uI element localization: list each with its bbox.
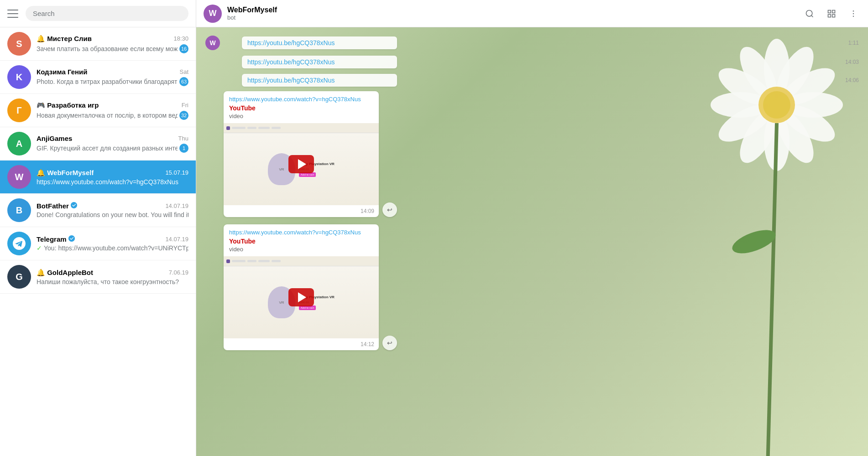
chat-badge-gamedev: 32 [179, 111, 188, 120]
chat-preview-botfather: Done! Congratulations on your new bot. Y… [37, 211, 188, 218]
messages-container: W https://youtu.be/hgCQ378xNus 1:11 http… [196, 27, 868, 456]
sidebar-header: Search [0, 0, 196, 27]
chat-time-botfather: 14.07.19 [165, 202, 188, 209]
play-button-1[interactable] [288, 155, 314, 173]
chat-avatar-mister-sliv: S [7, 32, 31, 56]
chat-header-status: bot [227, 14, 277, 21]
chat-avatar-telegram [7, 232, 31, 255]
svg-rect-2 [828, 10, 831, 13]
yt-card-url-2[interactable]: https://www.youtube.com/watch?v=hgCQ378x… [224, 224, 379, 238]
message-link-3: https://youtu.be/hgCQ378xNus 14:06 [224, 73, 859, 88]
chat-badge-kodzima: 63 [179, 77, 188, 86]
chat-avatar-kodzima: K [7, 65, 31, 89]
chat-time-mister-sliv: 18:30 [173, 35, 188, 42]
chat-header-name: WebForMyself [227, 6, 277, 14]
chat-avatar-gamedev: Г [7, 98, 31, 122]
svg-rect-5 [828, 14, 831, 17]
chat-item-goldapplebot[interactable]: G🔔 GoldAppleBot7.06.19Напиши пожалуйста,… [0, 260, 196, 294]
youtube-card-1: https://www.youtube.com/watch?v=hgCQ378x… [224, 91, 379, 217]
layout-button[interactable] [824, 6, 839, 21]
chat-preview-anjigames: GIF. Крутецкий ассет для создания разных… [37, 145, 178, 152]
svg-point-6 [853, 10, 854, 11]
chat-avatar-webformyself: W [7, 165, 31, 189]
message-card-1: https://www.youtube.com/watch?v=hgCQ378x… [205, 91, 859, 217]
link-url-3[interactable]: https://youtu.be/hgCQ378xNus [247, 77, 335, 84]
play-button-2[interactable] [288, 288, 314, 306]
chat-info-botfather: BotFather14.07.19Done! Congratulations o… [37, 202, 188, 218]
youtube-card-2: https://www.youtube.com/watch?v=hgCQ378x… [224, 224, 379, 350]
sender-avatar: W [205, 36, 220, 50]
yt-card-url-1[interactable]: https://www.youtube.com/watch?v=hgCQ378x… [224, 91, 379, 104]
yt-thumbnail-1: VR Sony Playstation VR $390.00 Add to ca… [224, 123, 379, 205]
chat-avatar-botfather: B [7, 198, 31, 222]
chat-badge-mister-sliv: 16 [179, 44, 188, 53]
chat-name-telegram: Telegram [37, 235, 75, 243]
chat-avatar-goldapplebot: G [7, 265, 31, 289]
chat-info-webformyself: 🔔 WebForMyself15.07.19https://www.youtub… [37, 169, 188, 186]
chat-name-botfather: BotFather [37, 202, 77, 210]
chat-item-webformyself[interactable]: W🔔 WebForMyself15.07.19https://www.youtu… [0, 161, 196, 194]
chat-header-left: W WebForMyself bot [204, 5, 277, 23]
link-bubble-2[interactable]: https://youtu.be/hgCQ378xNus [242, 56, 397, 68]
chat-badge-anjigames: 1 [179, 144, 188, 153]
chat-item-telegram[interactable]: Telegram14.07.19✓ You: https://www.youtu… [0, 227, 196, 260]
yt-card-type-1: video [224, 113, 379, 123]
chat-time-anjigames: Thu [178, 135, 188, 142]
chat-background: W https://youtu.be/hgCQ378xNus 1:11 http… [196, 27, 868, 456]
chat-preview-gamedev: Новая документалочка от послip, в которо… [37, 112, 178, 119]
chat-item-gamedev[interactable]: Г🎮 Разработка игрFriНовая документалочка… [0, 94, 196, 127]
svg-rect-3 [832, 10, 835, 13]
yt-thumbnail-2: VR Sony Playstation VR $390.00 Add to ca… [224, 256, 379, 338]
verified-icon-botfather [71, 202, 77, 210]
chat-item-mister-sliv[interactable]: S🔔 Мистер Слив18:30Зачем платить за обра… [0, 27, 196, 61]
message-link-2: https://youtu.be/hgCQ378xNus 14:03 [224, 55, 859, 69]
yt-card-meta-1: 14:09 [224, 205, 379, 217]
message-link-1: W https://youtu.be/hgCQ378xNus 1:11 [205, 35, 859, 51]
sidebar: Search S🔔 Мистер Слив18:30Зачем платить … [0, 0, 196, 456]
verified-icon-telegram [68, 235, 75, 243]
chat-list: S🔔 Мистер Слив18:30Зачем платить за обра… [0, 27, 196, 456]
chat-time-telegram: 14.07.19 [165, 236, 188, 243]
chat-time-webformyself: 15.07.19 [165, 169, 188, 176]
chat-header-info: WebForMyself bot [227, 6, 277, 21]
chat-item-kodzima[interactable]: KКодзима ГенийSatPhoto. Когда в титрах р… [0, 61, 196, 94]
chat-name-kodzima: Кодзима Гений [37, 68, 88, 76]
chat-avatar-anjigames: A [7, 132, 31, 155]
chat-preview-webformyself: https://www.youtube.com/watch?v=hgCQ378x… [37, 178, 178, 186]
chat-preview-telegram: ✓ You: https://www.youtube.com/watch?v=U… [37, 244, 188, 252]
message-time-1: 1:11 [848, 40, 859, 46]
search-input[interactable]: Search [26, 6, 188, 21]
chat-info-anjigames: AnjiGamesThuGIF. Крутецкий ассет для соз… [37, 135, 188, 153]
yt-card-time-1: 14:09 [361, 208, 374, 214]
yt-card-type-2: video [224, 246, 379, 256]
chat-item-botfather[interactable]: BBotFather14.07.19Done! Congratulations … [0, 194, 196, 227]
chat-item-anjigames[interactable]: AAnjiGamesThuGIF. Крутецкий ассет для со… [0, 127, 196, 161]
chat-info-gamedev: 🎮 Разработка игрFriНовая документалочка … [37, 101, 188, 120]
chat-time-gamedev: Fri [182, 102, 188, 109]
yt-card-time-2: 14:12 [361, 341, 374, 347]
chat-name-gamedev: 🎮 Разработка игр [37, 101, 99, 109]
chat-name-anjigames: AnjiGames [37, 135, 72, 142]
chat-header: W WebForMyself bot [196, 0, 868, 27]
hamburger-menu-button[interactable] [7, 8, 18, 19]
chat-header-avatar: W [204, 5, 222, 23]
chat-info-goldapplebot: 🔔 GoldAppleBot7.06.19Напиши пожалуйста, … [37, 269, 188, 285]
link-bubble-3[interactable]: https://youtu.be/hgCQ378xNus [242, 74, 397, 87]
yt-card-meta-2: 14:12 [224, 338, 379, 350]
chat-preview-kodzima: Photo. Когда в титрах разработчики благо… [37, 78, 178, 85]
link-url-1[interactable]: https://youtu.be/hgCQ378xNus [247, 39, 335, 47]
chat-preview-mister-sliv: Зачем платить за образование если всему … [37, 45, 178, 52]
chat-info-mister-sliv: 🔔 Мистер Слив18:30Зачем платить за образ… [37, 35, 188, 53]
message-time-2: 14:03 [845, 59, 859, 65]
header-actions [802, 6, 861, 21]
svg-point-0 [806, 10, 812, 16]
forward-button-1[interactable]: ↩ [382, 202, 397, 217]
more-options-button[interactable] [846, 6, 861, 21]
svg-line-1 [811, 15, 813, 17]
link-url-2[interactable]: https://youtu.be/hgCQ378xNus [247, 58, 335, 66]
chat-time-goldapplebot: 7.06.19 [169, 269, 188, 276]
forward-button-2[interactable]: ↩ [382, 336, 397, 350]
search-button[interactable] [802, 6, 817, 21]
link-bubble-1[interactable]: https://youtu.be/hgCQ378xNus [242, 36, 397, 49]
yt-card-site-1: YouTube [224, 104, 379, 113]
